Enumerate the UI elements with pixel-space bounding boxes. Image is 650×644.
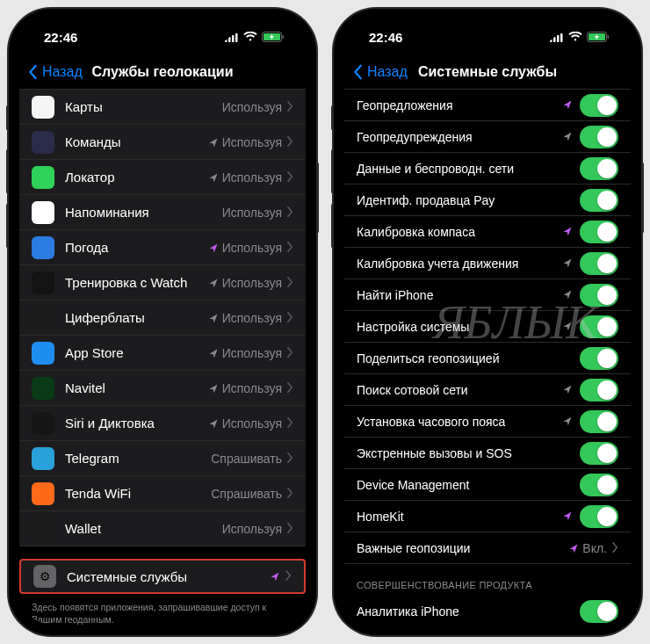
app-row[interactable]: Telegram Спрашивать [19,441,306,476]
app-name: Погода [65,240,208,255]
service-row: Данные и беспроводн. сети [344,153,631,185]
gear-icon: ⚙︎ [33,565,56,588]
app-name: Тренировка с Watch [65,275,208,290]
svg-rect-6 [283,35,285,39]
settings-list[interactable]: Геопредложения Геопредупреждения Данные … [344,90,631,625]
app-row[interactable]: Siri и Диктовка Используя [19,406,306,441]
toggle-switch[interactable] [580,157,618,180]
service-name: Данные и беспроводн. сети [357,162,573,176]
page-title: Системные службы [418,64,557,80]
app-icon [32,412,54,435]
location-indicator [562,129,573,145]
app-name: Wallet [65,521,222,536]
app-icon [32,96,54,119]
toggle-switch[interactable] [580,252,618,275]
settings-list[interactable]: Карты Используя Команды Используя Локато… [19,90,306,625]
service-name: Геопредупреждения [357,130,562,144]
app-row[interactable]: Команды Используя [19,125,306,160]
location-indicator [562,414,573,430]
app-row[interactable]: App Store Используя [19,336,306,371]
phone-right: 22:46 Назад Системные службы Геопредложе… [334,9,641,635]
app-icon [32,482,54,505]
service-row: Калибровка учета движения [344,248,631,279]
svg-rect-10 [560,33,563,42]
app-row[interactable]: Карты Используя [19,90,306,125]
location-indicator [562,98,573,113]
phone-left: 22:46 Назад Службы геолокации Карты Испо… [9,9,316,635]
app-row[interactable]: Navitel Используя [19,371,306,406]
chevron-right-icon [287,275,293,291]
toggle-switch[interactable] [580,94,618,117]
significant-locations-row[interactable]: Важные геопозиции Вкл. [344,532,631,564]
app-icon [32,517,54,540]
app-location-status: Используя [222,100,282,114]
app-location-status: Используя [208,381,282,395]
app-row[interactable]: Wallet Используя [19,511,306,546]
toggle-switch[interactable] [580,600,618,623]
service-name: Найти iPhone [357,288,562,302]
toggle-switch[interactable] [580,474,618,496]
chevron-right-icon [287,451,293,467]
chevron-right-icon [287,170,293,185]
toggle-switch[interactable] [580,189,618,212]
service-row: HomeKit [344,501,631,532]
app-icon [32,377,54,400]
app-location-status: Используя [208,241,282,255]
service-name: Геопредложения [357,98,562,112]
back-button[interactable]: Назад [28,64,83,80]
status-time: 22:46 [44,30,77,45]
app-icon [32,201,54,224]
app-row[interactable]: Циферблаты Используя [19,300,306,336]
app-icon [32,131,54,154]
location-indicator [562,256,573,271]
chevron-right-icon [612,540,618,556]
row-label: Важные геопозиции [357,541,568,555]
chevron-right-icon [287,134,293,150]
app-name: Telegram [65,451,211,466]
chevron-right-icon [285,568,292,584]
back-button[interactable]: Назад [353,64,408,80]
wifi-icon [568,30,582,45]
service-row: Идентиф. продавца Pay [344,185,631,216]
app-name: Циферблаты [65,310,208,325]
page-title: Службы геолокации [91,64,233,80]
app-row[interactable]: Напоминания Используя [19,195,306,230]
service-name: Калибровка компаса [357,225,562,239]
chevron-right-icon [287,99,293,115]
app-location-status: Используя [208,346,282,360]
chevron-right-icon [287,486,293,502]
app-row[interactable]: Тренировка с Watch Используя [19,265,306,300]
service-row: Device Management [344,469,631,501]
toggle-switch[interactable] [580,505,618,528]
toggle-switch[interactable] [580,284,618,307]
notch [92,19,233,42]
app-icon [32,307,54,329]
wifi-icon [243,30,257,45]
service-row: Поделиться геопозицией [344,343,631,374]
app-name: Navitel [65,380,208,395]
toggle-switch[interactable] [580,221,618,243]
service-row: Экстренные вызовы и SOS [344,438,631,469]
toggle-switch[interactable] [580,442,618,465]
toggle-switch[interactable] [580,347,618,370]
chevron-right-icon [287,345,293,361]
toggle-switch[interactable] [580,379,618,402]
app-row[interactable]: Локатор Используя [19,160,306,195]
chevron-right-icon [287,310,293,326]
app-name: App Store [65,345,208,360]
app-row[interactable]: Погода Используя [19,230,306,265]
service-row: Геопредложения [344,90,631,121]
toggle-switch[interactable] [580,410,618,433]
app-row[interactable]: Tenda WiFi Спрашивать [19,476,306,511]
service-name: Идентиф. продавца Pay [357,193,573,207]
row-status: Вкл. [568,541,607,555]
toggle-switch[interactable] [580,126,618,148]
system-services-row[interactable]: ⚙︎ Системные службы [19,559,306,594]
location-indicator [562,287,573,303]
app-name: Напоминания [65,205,222,220]
app-name: Локатор [65,170,208,185]
battery-icon [587,30,610,45]
location-indicator [562,224,573,240]
service-row: Поиск сотовой сети [344,374,631,406]
toggle-switch[interactable] [580,315,618,338]
